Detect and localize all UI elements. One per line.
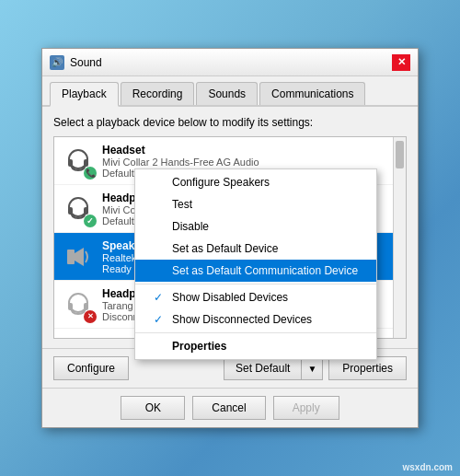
set-default-button[interactable]: Set Default: [224, 357, 302, 379]
close-button[interactable]: ✕: [392, 54, 410, 71]
tab-recording[interactable]: Recording: [121, 82, 195, 105]
title-bar: 🔊 Sound ✕: [42, 49, 418, 76]
tab-communications[interactable]: Communications: [259, 82, 365, 105]
ctx-set-default[interactable]: Set as Default Device: [135, 238, 376, 260]
ctx-separator-1: [135, 284, 376, 284]
ctx-label-properties: Properties: [172, 340, 226, 353]
ctx-label-configure: Configure Speakers: [172, 176, 270, 189]
dialog-footer: OK Cancel Apply: [42, 388, 418, 427]
ctx-properties[interactable]: Properties: [135, 335, 376, 357]
tab-sounds[interactable]: Sounds: [196, 82, 258, 105]
device-sub-headset: Mivi Collar 2 Hands-Free AG Audio: [102, 157, 398, 168]
configure-button[interactable]: Configure: [53, 356, 129, 380]
ctx-label-show-disabled: Show Disabled Devices: [172, 291, 288, 304]
window-title: Sound: [70, 56, 392, 69]
tab-playback[interactable]: Playback: [50, 82, 119, 107]
tab-content: Select a playback device below to modify…: [42, 107, 418, 348]
ctx-show-disconnected[interactable]: ✓ Show Disconnected Devices: [135, 308, 376, 331]
ctx-show-disabled[interactable]: ✓ Show Disabled Devices: [135, 286, 376, 308]
tab-bar: Playback Recording Sounds Communications: [42, 76, 418, 107]
ctx-label-show-disconnected: Show Disconnected Devices: [172, 313, 312, 326]
badge-green-phone: 📞: [84, 167, 97, 180]
apply-button[interactable]: Apply: [273, 396, 339, 420]
scrollbar[interactable]: [393, 137, 406, 338]
sound-dialog: 🔊 Sound ✕ Playback Recording Sounds Comm…: [41, 48, 419, 428]
device-icon-headset: 📞: [62, 145, 95, 178]
badge-red-x: ✕: [84, 310, 97, 323]
device-icon-headphones: ✓: [62, 192, 95, 226]
ok-button[interactable]: OK: [121, 396, 185, 420]
watermark: wsxdn.com: [403, 462, 453, 472]
ctx-label-set-default: Set as Default Device: [172, 242, 278, 255]
cancel-button[interactable]: Cancel: [192, 396, 265, 420]
ctx-disable[interactable]: Disable: [135, 215, 376, 238]
ctx-check-show-disabled: ✓: [154, 291, 167, 304]
device-icon-headphones2: ✕: [62, 288, 95, 321]
ctx-check-show-disconnected: ✓: [154, 313, 167, 326]
ctx-label-disable: Disable: [172, 220, 209, 233]
ctx-label-set-default-comm: Set as Default Communication Device: [172, 264, 358, 277]
badge-green-check: ✓: [84, 215, 97, 227]
scrollbar-thumb[interactable]: [396, 141, 404, 168]
ctx-configure[interactable]: Configure Speakers: [135, 171, 376, 193]
device-icon-speaker: [62, 240, 95, 273]
context-menu: Configure Speakers Test Disable Set as D…: [134, 168, 377, 360]
set-default-dropdown-button[interactable]: ▼: [302, 357, 322, 379]
svg-marker-7: [75, 248, 84, 266]
ctx-test[interactable]: Test: [135, 193, 376, 215]
svg-rect-6: [67, 250, 75, 264]
device-name-headset: Headset: [102, 144, 398, 157]
ctx-label-test: Test: [172, 198, 192, 211]
ctx-set-default-comm[interactable]: Set as Default Communication Device: [135, 260, 376, 282]
window-icon: 🔊: [50, 55, 64, 70]
instruction-text: Select a playback device below to modify…: [53, 116, 407, 129]
ctx-separator-2: [135, 332, 376, 333]
